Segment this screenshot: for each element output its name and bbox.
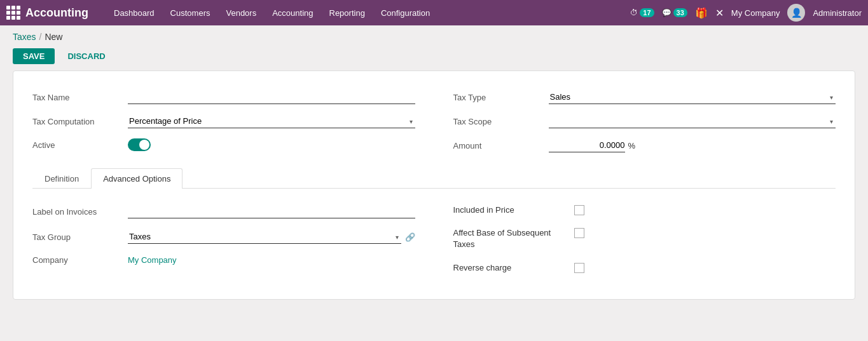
breadcrumb-separator: / [39,32,42,42]
tax-type-wrapper: Sales Purchase None ▾ [549,90,836,104]
active-toggle[interactable] [128,138,151,151]
tab-definition[interactable]: Definition [32,168,91,189]
company-row: Company My Company [32,255,415,265]
tax-scope-label: Tax Scope [453,117,542,126]
navbar-right: ⏱ 17 💬 33 🎁 ✕ My Company 👤 Administrator [630,4,862,22]
action-bar: SAVE DISCARD [0,45,868,70]
discard-button[interactable]: DISCARD [61,48,111,64]
active-toggle-container [128,138,151,151]
label-on-invoices-row: Label on Invoices [32,204,415,218]
amount-input[interactable] [549,138,625,152]
tax-type-row: Tax Type Sales Purchase None ▾ [453,90,836,104]
tax-type-select[interactable]: Sales Purchase None [549,90,836,104]
toggle-slider [128,138,151,151]
tax-group-row: Tax Group Taxes ▾ 🔗 [32,230,415,244]
label-on-invoices-input[interactable] [128,204,415,218]
tabs: Definition Advanced Options [32,168,836,189]
top-form: Tax Name Tax Computation Fixed Percentag… [32,90,836,152]
chat-count: 33 [673,8,687,17]
advanced-form-grid: Label on Invoices Tax Group Taxes ▾ [32,204,836,274]
reverse-charge-label: Reverse charge [453,262,568,274]
clock-badge[interactable]: ⏱ 17 [630,8,654,17]
close-icon[interactable]: ✕ [715,7,724,19]
tax-name-input[interactable] [128,90,415,104]
save-button[interactable]: SAVE [13,48,55,64]
affect-base-checkbox[interactable] [574,228,584,238]
tax-scope-wrapper: Services Goods ▾ [549,114,836,128]
main-nav: Dashboard Customers Vendors Accounting R… [107,6,630,20]
company-label: My Company [731,8,780,18]
amount-row: Amount % [453,138,836,152]
navbar: Accounting Dashboard Customers Vendors A… [0,0,868,25]
breadcrumb-current: New [45,32,62,42]
advanced-left: Label on Invoices Tax Group Taxes ▾ [32,204,415,274]
clock-count: 17 [640,8,654,17]
included-in-price-row: Included in Price [453,204,836,216]
tax-group-wrapper: Taxes ▾ [128,230,401,244]
app-name: Accounting [25,6,88,20]
label-on-invoices-label: Label on Invoices [32,207,121,217]
tax-type-label: Tax Type [453,93,542,102]
external-link-icon[interactable]: 🔗 [405,232,415,242]
included-in-price-checkbox[interactable] [574,205,584,215]
included-in-price-label: Included in Price [453,204,568,216]
amount-label: Amount [453,141,542,150]
breadcrumb-parent[interactable]: Taxes [13,32,36,42]
form-left: Tax Name Tax Computation Fixed Percentag… [32,90,415,152]
nav-configuration[interactable]: Configuration [375,6,436,20]
grid-icon [6,6,20,20]
nav-customers[interactable]: Customers [164,6,217,20]
tax-group-label: Tax Group [32,232,121,242]
nav-vendors[interactable]: Vendors [219,6,263,20]
gift-icon[interactable]: 🎁 [695,7,708,19]
affect-base-label: Affect Base of Subsequent Taxes [453,227,568,250]
company-label: Company [32,255,121,265]
form-right: Tax Type Sales Purchase None ▾ Tax Scope… [453,90,836,152]
amount-unit: % [628,141,636,150]
tax-group-select[interactable]: Taxes [128,230,401,244]
chat-badge[interactable]: 💬 33 [662,8,687,17]
app-brand[interactable]: Accounting [6,6,88,20]
chat-icon: 💬 [662,8,672,17]
tax-computation-label: Tax Computation [32,117,121,126]
avatar[interactable]: 👤 [787,4,805,22]
tax-name-label: Tax Name [32,93,121,102]
user-name: Administrator [813,8,862,18]
tabs-section: Definition Advanced Options Label on Inv… [32,168,836,280]
breadcrumb: Taxes / New [0,25,868,45]
company-link[interactable]: My Company [128,255,177,265]
tax-computation-select[interactable]: Fixed Percentage of Price Percentage of … [128,114,415,128]
nav-reporting[interactable]: Reporting [323,6,371,20]
active-label: Active [32,140,121,150]
clock-icon: ⏱ [630,8,638,17]
main-card: Tax Name Tax Computation Fixed Percentag… [13,70,855,300]
tax-scope-select[interactable]: Services Goods [549,114,836,128]
tax-computation-wrapper: Fixed Percentage of Price Percentage of … [128,114,415,128]
nav-accounting[interactable]: Accounting [266,6,319,20]
tax-name-row: Tax Name [32,90,415,104]
nav-dashboard[interactable]: Dashboard [107,6,161,20]
reverse-charge-row: Reverse charge [453,262,836,274]
tax-scope-row: Tax Scope Services Goods ▾ [453,114,836,128]
active-row: Active [32,138,415,151]
reverse-charge-checkbox[interactable] [574,263,584,273]
affect-base-row: Affect Base of Subsequent Taxes [453,227,836,250]
tab-advanced-options[interactable]: Advanced Options [91,168,183,189]
amount-input-group: % [549,138,636,152]
advanced-right: Included in Price Affect Base of Subsequ… [453,204,836,274]
advanced-options-content: Label on Invoices Tax Group Taxes ▾ [32,189,836,280]
tax-group-input-row: Taxes ▾ 🔗 [128,230,415,244]
tax-computation-row: Tax Computation Fixed Percentage of Pric… [32,114,415,128]
